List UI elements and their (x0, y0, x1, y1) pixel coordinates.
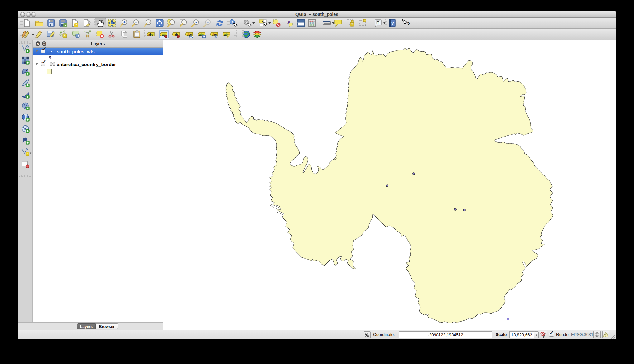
svg-text:?: ? (391, 21, 394, 26)
svg-text:?: ? (407, 22, 410, 28)
svg-text:abc: abc (148, 33, 153, 36)
svg-text:*: * (76, 23, 77, 27)
svg-text:T: T (377, 21, 379, 24)
svg-text:1:1: 1:1 (146, 21, 150, 24)
svg-text:*: * (64, 33, 65, 38)
svg-text:*: * (351, 22, 353, 27)
svg-text:*: * (27, 152, 28, 156)
